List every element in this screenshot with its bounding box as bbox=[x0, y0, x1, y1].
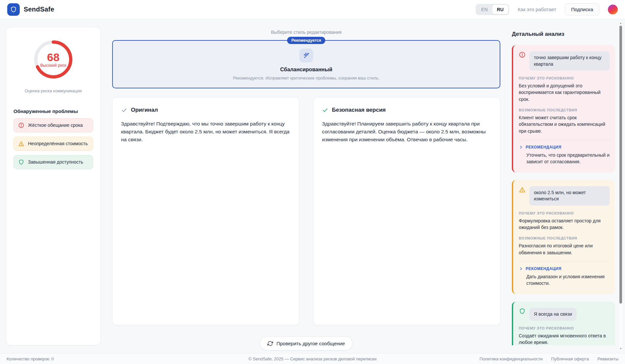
logo bbox=[7, 3, 20, 16]
scroll-down-icon[interactable]: ▼ bbox=[619, 347, 623, 351]
problem-label: Жёсткое обещание срока bbox=[28, 123, 83, 128]
chevron-right-icon bbox=[519, 145, 523, 149]
consequences-label: ВОЗМОЖНЫЕ ПОСЛЕДСТВИЯ bbox=[519, 108, 610, 112]
recommended-badge: Рекомендуется bbox=[287, 37, 325, 44]
sparkles-icon bbox=[299, 49, 313, 62]
refresh-icon bbox=[267, 341, 273, 346]
style-card-description: Рекомендуется. Исправляет критические пр… bbox=[119, 76, 493, 80]
alert-circle-icon bbox=[519, 51, 526, 58]
warning-triangle-icon bbox=[519, 186, 526, 193]
problem-item-cost[interactable]: Неопределённая стоимость bbox=[13, 137, 93, 151]
warning-triangle-icon bbox=[18, 141, 24, 147]
risk-score-caption: Оценка риска коммуникации bbox=[13, 88, 93, 93]
scroll-up-icon[interactable]: ▲ bbox=[619, 22, 623, 25]
lang-option-ru[interactable]: RU bbox=[492, 5, 508, 14]
quoted-fragment: около 2.5 млн, но может измениться bbox=[529, 186, 610, 206]
why-risky-label: ПОЧЕМУ ЭТО РИСКОВАННО bbox=[519, 211, 610, 215]
quoted-fragment: точно завершим работу к концу квартала bbox=[529, 51, 610, 71]
analysis-panel: Детальный анализ точно завершим работу к… bbox=[512, 27, 616, 345]
problem-item-availability[interactable]: Завышенная доступность bbox=[13, 155, 93, 169]
footer-link-privacy[interactable]: Политика конфиденциальности bbox=[480, 356, 543, 361]
safe-message-card: Безопасная версия Здравствуйте! Планируе… bbox=[313, 97, 500, 325]
scrollbar[interactable]: ▲ ▼ bbox=[618, 20, 623, 352]
lang-option-en[interactable]: EN bbox=[477, 5, 492, 14]
problem-item-deadline[interactable]: Жёсткое обещание срока bbox=[13, 118, 93, 132]
analysis-card-warning: около 2.5 млн, но может измениться ПОЧЕМ… bbox=[512, 180, 615, 294]
footer-link-requisites[interactable]: Реквизиты bbox=[597, 356, 618, 361]
avatar[interactable] bbox=[608, 5, 618, 14]
recommendation-label: РЕКОМЕНДАЦИЯ bbox=[526, 145, 562, 149]
problem-label: Завышенная доступность bbox=[28, 159, 83, 165]
footer-link-offer[interactable]: Публичная оферта bbox=[551, 356, 589, 361]
check-icon-gray bbox=[121, 107, 127, 113]
brand: SendSafe bbox=[7, 3, 54, 16]
top-header: SendSafe EN RU Как это работает Подписка bbox=[0, 0, 625, 19]
shield-logo-icon bbox=[10, 6, 17, 13]
scrollbar-thumb[interactable] bbox=[619, 26, 622, 304]
content-area: 68 Высокий риск Оценка риска коммуникаци… bbox=[0, 19, 625, 353]
alert-circle-icon bbox=[18, 122, 24, 128]
problems-title: Обнаруженные проблемы bbox=[13, 108, 93, 114]
original-title: Оригинал bbox=[131, 107, 158, 113]
consequences-label: ВОЗМОЖНЫЕ ПОСЛЕДСТВИЯ bbox=[519, 236, 610, 240]
consequences-text: Клиент может считать срок обязательством… bbox=[519, 114, 610, 134]
recommendation-text: Уточнить, что срок предварительный и зав… bbox=[519, 152, 610, 165]
safe-text: Здравствуйте! Планируем завершить работу… bbox=[322, 120, 491, 144]
risk-score-ring: 68 Высокий риск bbox=[33, 39, 74, 80]
style-card-title: Сбалансированный bbox=[119, 67, 493, 73]
language-toggle: EN RU bbox=[476, 4, 509, 15]
why-risky-label: ПОЧЕМУ ЭТО РИСКОВАННО bbox=[519, 76, 610, 80]
divider bbox=[519, 140, 610, 140]
why-risky-text: Формулировка оставляет простор для ожида… bbox=[519, 217, 610, 231]
footer-checks-count: Количество проверок: 0 bbox=[7, 356, 54, 361]
check-another-button[interactable]: Проверить другое сообщение bbox=[260, 336, 352, 351]
style-picker-title: Выберите стиль редактирования bbox=[112, 30, 500, 35]
check-icon-green bbox=[322, 107, 328, 113]
brand-name: SendSafe bbox=[24, 6, 54, 13]
divider bbox=[519, 262, 610, 262]
chevron-right-icon bbox=[519, 266, 523, 271]
problem-label: Неопределённая стоимость bbox=[28, 141, 88, 147]
recommendation-label: РЕКОМЕНДАЦИЯ bbox=[526, 266, 562, 271]
footer: © SendSafe, 2025 — Сервис анализа рисков… bbox=[0, 353, 625, 364]
analysis-card-critical: точно завершим работу к концу квартала П… bbox=[512, 45, 615, 172]
why-risky-label: ПОЧЕМУ ЭТО РИСКОВАННО bbox=[519, 326, 610, 330]
main-column: Выберите стиль редактирования Рекомендуе… bbox=[112, 27, 500, 345]
quoted-fragment: Я всегда на связи bbox=[529, 308, 577, 321]
subscribe-button[interactable]: Подписка bbox=[565, 3, 599, 15]
style-card-balanced[interactable]: Рекомендуется Сбалансированный Рекоменду… bbox=[112, 40, 500, 88]
consequences-text: Разногласия по итоговой цене или обвинен… bbox=[519, 242, 610, 256]
shield-icon bbox=[519, 308, 526, 315]
shield-icon bbox=[18, 159, 24, 165]
risk-sidebar: 68 Высокий риск Оценка риска коммуникаци… bbox=[6, 27, 101, 345]
analysis-card-info: Я всегда на связи ПОЧЕМУ ЭТО РИСКОВАННО … bbox=[512, 302, 615, 345]
original-message-card: Оригинал Здравствуйте! Подтверждаю, что … bbox=[112, 97, 299, 325]
how-it-works-link[interactable]: Как это работает bbox=[518, 7, 556, 12]
why-risky-text: Без условий и допущений это воспринимает… bbox=[519, 82, 610, 102]
original-text: Здравствуйте! Подтверждаю, что мы точно … bbox=[121, 120, 290, 144]
why-risky-text: Создаёт ожидания мгновенного ответа в лю… bbox=[519, 332, 610, 345]
recommendation-text: Дать диапазон и условия изменения стоимо… bbox=[519, 273, 610, 287]
analysis-title: Детальный анализ bbox=[512, 31, 615, 37]
check-another-label: Проверить другое сообщение bbox=[276, 341, 345, 346]
safe-title: Безопасная версия bbox=[332, 107, 386, 113]
risk-level-label: Высокий риск bbox=[40, 63, 66, 68]
risk-score-value: 68 bbox=[47, 52, 60, 63]
